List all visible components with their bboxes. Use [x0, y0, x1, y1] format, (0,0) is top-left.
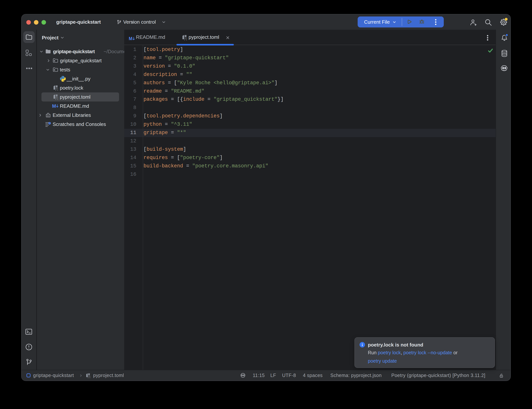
svg-text:[T]: [T] — [55, 88, 58, 91]
svg-text:[T]: [T] — [55, 97, 58, 100]
svg-text:[T]: [T] — [184, 37, 187, 40]
svg-text:[T]: [T] — [88, 376, 90, 378]
